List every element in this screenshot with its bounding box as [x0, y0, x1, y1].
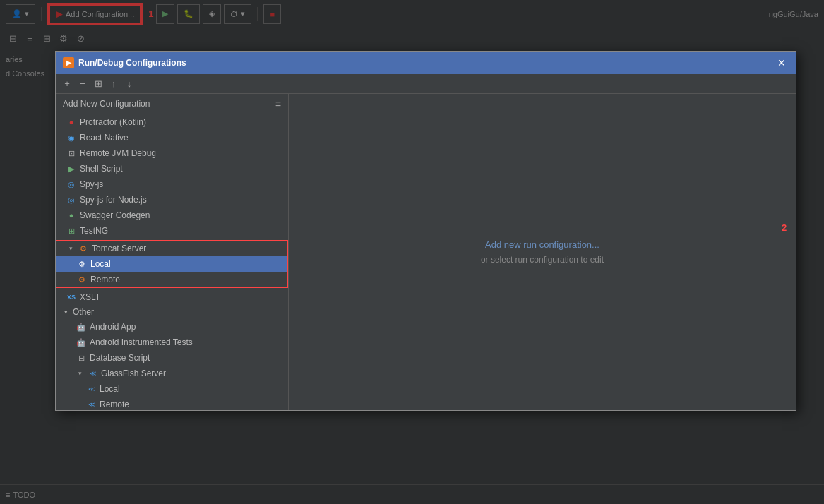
dialog-toolbar: + − ⊞ ↑ ↓ [56, 74, 796, 94]
tomcat-remote-label: Remote [90, 275, 282, 284]
tree-item-xslt[interactable]: XS XSLT [56, 289, 288, 305]
tree-header: Add New Configuration ≡ [56, 94, 288, 114]
dialog-down-btn[interactable]: ↓ [122, 77, 136, 91]
tomcat-local-icon: ⚙ [76, 258, 88, 270]
dialog-title-text: Run/Debug Configurations [78, 58, 775, 68]
remote-jvm-icon: ⊡ [66, 148, 77, 159]
tree-item-react-native[interactable]: ◉ React Native [56, 130, 288, 145]
spy-js-node-label: Spy-js for Node.js [80, 195, 282, 205]
dialog-title-bar: ▶ Run/Debug Configurations ✕ [56, 52, 796, 74]
tomcat-remote-icon: ⚙ [76, 274, 88, 285]
run-debug-dialog: ▶ Run/Debug Configurations ✕ + − ⊞ ↑ ↓ A… [55, 51, 796, 411]
content-hint-container: Add new run configuration... or select r… [481, 236, 604, 268]
react-native-icon: ◉ [66, 132, 77, 143]
other-expand-icon: ▾ [61, 308, 70, 316]
dialog-remove-btn[interactable]: − [76, 77, 90, 91]
content-hint-main[interactable]: Add new run configuration... [481, 236, 604, 253]
react-native-label: React Native [80, 133, 282, 143]
dialog-close-button[interactable]: ✕ [775, 56, 789, 70]
protractor-label: Protractor (Kotlin) [80, 117, 282, 127]
tree-collapse-icon[interactable]: ≡ [275, 98, 281, 109]
spy-js-icon: ◎ [66, 179, 77, 190]
spy-js-node-icon: ◎ [66, 194, 77, 205]
tree-item-spy-js[interactable]: ◎ Spy-js [56, 176, 288, 192]
glassfish-label: GlassFish Server [101, 368, 282, 378]
tree-item-android-instrumented[interactable]: 🤖 Android Instrumented Tests [56, 335, 288, 350]
other-section-header[interactable]: ▾ Other [56, 305, 288, 319]
content-panel: Add new run configuration... or select r… [289, 94, 796, 410]
tomcat-icon: ⚙ [78, 243, 89, 254]
tree-item-tomcat-remote[interactable]: ⚙ Remote [56, 272, 287, 287]
glassfish-remote-icon: ≪ [85, 399, 97, 410]
tree-item-glassfish-local[interactable]: ≪ Local [56, 381, 288, 397]
shell-script-icon: ▶ [66, 163, 77, 174]
tree-item-swagger[interactable]: ● Swagger Codegen [56, 208, 288, 223]
other-label: Other [73, 307, 282, 317]
dialog-add-btn[interactable]: + [60, 77, 74, 91]
tree-item-remote-jvm[interactable]: ⊡ Remote JVM Debug [56, 145, 288, 161]
tree-item-android-app[interactable]: 🤖 Android App [56, 319, 288, 335]
glassfish-remote-label: Remote [100, 400, 282, 409]
xslt-icon: XS [66, 292, 77, 303]
tree-item-testng[interactable]: ⊞ TestNG [56, 223, 288, 239]
tomcat-expand-icon: ▾ [66, 244, 75, 253]
swagger-label: Swagger Codegen [80, 210, 282, 220]
tree-item-glassfish-remote[interactable]: ≪ Remote [56, 397, 288, 410]
glassfish-icon: ≪ [87, 368, 98, 379]
tomcat-section-outline: ▾ ⚙ Tomcat Server ⚙ Local ⚙ Remote [56, 240, 288, 288]
tree-item-shell-script[interactable]: ▶ Shell Script [56, 161, 288, 176]
glassfish-section-header[interactable]: ▾ ≪ GlassFish Server [56, 366, 288, 381]
remote-jvm-label: Remote JVM Debug [80, 148, 282, 158]
tree-item-protractor[interactable]: ● Protractor (Kotlin) [56, 114, 288, 130]
glassfish-local-label: Local [100, 384, 282, 394]
dialog-up-btn[interactable]: ↑ [107, 77, 121, 91]
content-hint-sub: or select run configuration to edit [481, 253, 604, 268]
tree-panel: Add New Configuration ≡ ● Protractor (Ko… [56, 94, 289, 410]
tomcat-label: Tomcat Server [92, 244, 282, 253]
android-instrumented-icon: 🤖 [76, 337, 87, 348]
tree-header-title: Add New Configuration [63, 99, 150, 109]
swagger-icon: ● [66, 210, 77, 221]
android-app-icon: 🤖 [76, 321, 87, 332]
tree-item-tomcat-local[interactable]: ⚙ Local [56, 256, 287, 272]
database-script-icon: ⊟ [76, 352, 87, 364]
dialog-copy-btn[interactable]: ⊞ [91, 77, 105, 91]
spy-js-label: Spy-js [80, 179, 282, 189]
android-instrumented-label: Android Instrumented Tests [90, 337, 282, 347]
glassfish-local-icon: ≪ [85, 383, 97, 395]
shell-script-label: Shell Script [80, 164, 282, 174]
tree-item-database-script[interactable]: ⊟ Database Script [56, 350, 288, 366]
testng-icon: ⊞ [66, 225, 77, 236]
tomcat-local-label: Local [90, 259, 282, 269]
step2-outside-label: 2 [782, 222, 787, 233]
protractor-icon: ● [66, 116, 77, 128]
tomcat-section-header[interactable]: ▾ ⚙ Tomcat Server [56, 241, 287, 256]
tree-item-spy-js-node[interactable]: ◎ Spy-js for Node.js [56, 192, 288, 208]
dialog-body: Add New Configuration ≡ ● Protractor (Ko… [56, 94, 796, 410]
xslt-label: XSLT [80, 292, 282, 302]
database-script-label: Database Script [90, 353, 282, 363]
dialog-title-icon: ▶ [63, 57, 74, 68]
testng-label: TestNG [80, 226, 282, 236]
android-app-label: Android App [90, 322, 282, 332]
glassfish-expand-icon: ▾ [76, 369, 84, 378]
